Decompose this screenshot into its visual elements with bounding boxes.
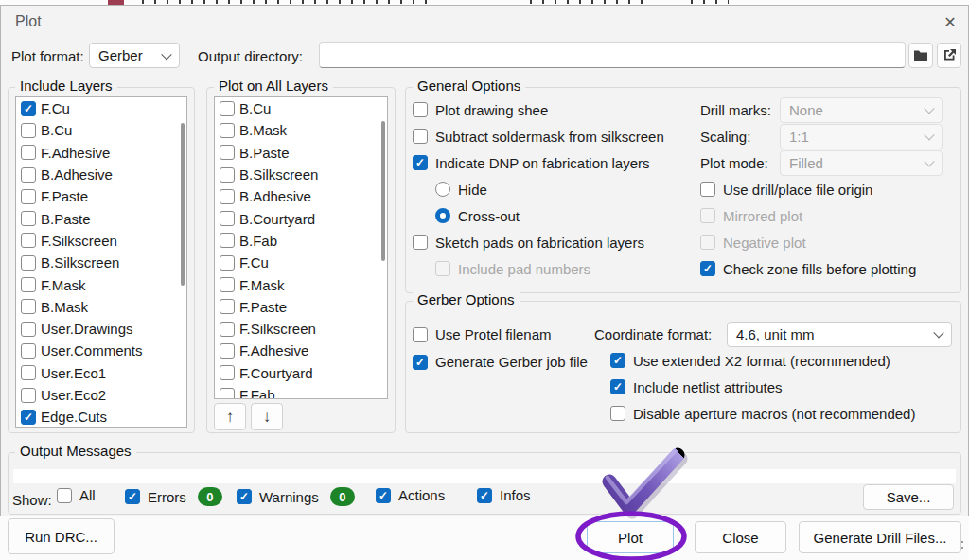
- layer-list-item[interactable]: F.Adhesive: [215, 340, 387, 361]
- layer-label: F.Courtyard: [239, 365, 313, 381]
- save-button[interactable]: Save...: [863, 484, 954, 510]
- generate-drill-files-button[interactable]: Generate Drill Files...: [799, 521, 961, 553]
- layer-label: F.Silkscreen: [239, 321, 316, 337]
- layer-list-item[interactable]: B.Silkscreen: [16, 252, 186, 273]
- checkbox-option[interactable]: Use extended X2 format (recommended): [610, 347, 961, 374]
- plot-format-value: Gerber: [98, 47, 143, 63]
- resize-grip: [961, 541, 963, 543]
- dropdown-label: Scaling:: [700, 129, 780, 145]
- layer-list-item[interactable]: User.Comments: [16, 340, 186, 361]
- checkbox-icon: [413, 102, 428, 117]
- layer-list-item[interactable]: B.Adhesive: [215, 185, 387, 207]
- gerber-options-right-checks: Use extended X2 format (recommended)Incl…: [594, 347, 961, 427]
- plot-on-all-layers-scrollbar[interactable]: [381, 121, 385, 261]
- plot-format-dropdown[interactable]: Gerber: [89, 43, 180, 68]
- move-layer-down-button[interactable]: ↓: [251, 403, 283, 430]
- layer-list-item[interactable]: User.Eco2: [16, 384, 186, 406]
- checkbox-option[interactable]: Sketch pads on fabrication layers: [413, 229, 696, 255]
- layer-list-item[interactable]: B.Silkscreen: [215, 164, 387, 185]
- browse-folder-button[interactable]: [908, 43, 933, 68]
- close-icon[interactable]: ✕: [939, 10, 961, 33]
- layer-label: B.Adhesive: [239, 188, 311, 204]
- layer-label: F.Adhesive: [239, 342, 308, 359]
- show-label: Show:: [12, 492, 52, 508]
- dropdown-label: Drill marks:: [700, 102, 780, 118]
- layer-list-item[interactable]: B.Cu: [215, 97, 387, 119]
- layer-list-item[interactable]: B.Paste: [215, 142, 387, 164]
- layer-list-item[interactable]: B.Cu: [16, 119, 186, 141]
- filter-infos[interactable]: Infos: [477, 487, 531, 503]
- layer-list-item[interactable]: F.Paste: [16, 185, 186, 207]
- option-label: Disable aperture macros (not recommended…: [633, 406, 915, 422]
- checkbox-icon: [21, 101, 36, 116]
- layer-label: B.Silkscreen: [41, 254, 119, 271]
- resize-grip: [961, 547, 963, 549]
- output-messages-title: Output Messages: [15, 443, 136, 459]
- layer-label: F.Mask: [239, 277, 285, 293]
- checkbox-icon: [610, 406, 625, 421]
- filter-label: Actions: [398, 487, 445, 503]
- layer-label: B.Mask: [41, 299, 88, 315]
- radio-option[interactable]: Hide: [413, 176, 696, 202]
- checkbox-option: Mirrored plot: [700, 202, 961, 229]
- layer-list-item[interactable]: F.Fab: [215, 384, 387, 399]
- plot-button[interactable]: Plot: [587, 521, 674, 553]
- option-label: Use Protel filenam: [435, 326, 552, 342]
- filter-actions[interactable]: Actions: [376, 487, 445, 503]
- include-layers-scrollbar[interactable]: [181, 123, 185, 286]
- checkbox-icon: [610, 379, 625, 394]
- filter-errors[interactable]: Errors0: [125, 487, 222, 506]
- coordinate-format-dropdown[interactable]: 4.6, unit mm: [727, 322, 952, 347]
- checkbox-option[interactable]: Check zone fills before plotting: [700, 255, 961, 282]
- filter-warnings[interactable]: Warnings0: [237, 487, 355, 506]
- layer-list-item[interactable]: F.Mask: [16, 273, 186, 295]
- layer-list-item[interactable]: B.Adhesive: [16, 164, 186, 185]
- layer-label: F.Silkscreen: [41, 233, 117, 249]
- layer-list-item[interactable]: User.Drawings: [16, 318, 186, 340]
- close-button[interactable]: Close: [695, 521, 786, 553]
- checkbox-icon: [220, 299, 235, 314]
- output-directory-input[interactable]: [319, 42, 906, 68]
- dialog-title: Plot: [15, 13, 42, 30]
- layer-list-item[interactable]: F.Silkscreen: [16, 230, 186, 252]
- checkbox-icon: [237, 489, 252, 504]
- dropdown-value: None: [789, 102, 823, 118]
- layer-list-item[interactable]: F.Silkscreen: [215, 318, 387, 340]
- option-label: Negative plot: [723, 235, 806, 251]
- checkbox-icon: [21, 365, 36, 380]
- layer-list-item[interactable]: F.Paste: [215, 296, 387, 318]
- radio-option[interactable]: Cross-out: [413, 202, 696, 229]
- checkbox-option[interactable]: Indicate DNP on fabrication layers: [413, 149, 696, 176]
- layer-list-item[interactable]: B.Mask: [215, 119, 387, 141]
- run-drc-button[interactable]: Run DRC...: [8, 518, 115, 554]
- layer-list-item[interactable]: F.Courtyard: [215, 362, 387, 384]
- open-external-button[interactable]: [937, 43, 961, 68]
- layer-list-item[interactable]: B.Courtyard: [215, 207, 387, 229]
- filter-label: All: [79, 487, 96, 503]
- layer-list-item[interactable]: Edge.Cuts: [16, 406, 186, 428]
- checkbox-icon: [21, 277, 36, 292]
- layer-list-item[interactable]: User.Eco1: [16, 362, 186, 384]
- layer-list-item[interactable]: B.Mask: [16, 296, 186, 318]
- checkbox-option[interactable]: Subtract soldermask from silkscreen: [413, 123, 696, 149]
- checkbox-option[interactable]: Include netlist attributes: [610, 374, 961, 400]
- checkbox-option[interactable]: Use drill/place file origin: [700, 176, 961, 202]
- layer-label: B.Cu: [41, 122, 72, 138]
- plot-on-all-layers-title: Plot on All Layers: [214, 78, 333, 94]
- layer-list-item[interactable]: F.Cu: [215, 252, 387, 273]
- background-toolbar-marks: [530, 0, 653, 4]
- checkbox-option[interactable]: Disable aperture macros (not recommended…: [610, 400, 961, 427]
- move-layer-up-button[interactable]: ↑: [214, 403, 246, 430]
- layer-list-item[interactable]: F.Mask: [215, 273, 387, 295]
- checkbox-option[interactable]: Generate Gerber job file: [413, 348, 602, 376]
- checkbox-option[interactable]: Plot drawing shee: [413, 96, 696, 123]
- filter-all[interactable]: All: [57, 487, 96, 503]
- layer-list-item[interactable]: B.Fab: [215, 230, 387, 252]
- option-label: Hide: [458, 182, 487, 198]
- layer-list-item[interactable]: F.Cu: [16, 97, 186, 119]
- checkbox-option[interactable]: Use Protel filenam: [413, 321, 602, 348]
- layer-list-item[interactable]: F.Adhesive: [16, 142, 186, 164]
- layer-list-item[interactable]: B.Paste: [16, 207, 186, 229]
- checkbox-icon: [220, 388, 235, 400]
- include-layers-list: F.CuB.CuF.AdhesiveB.AdhesiveF.PasteB.Pas…: [15, 96, 187, 428]
